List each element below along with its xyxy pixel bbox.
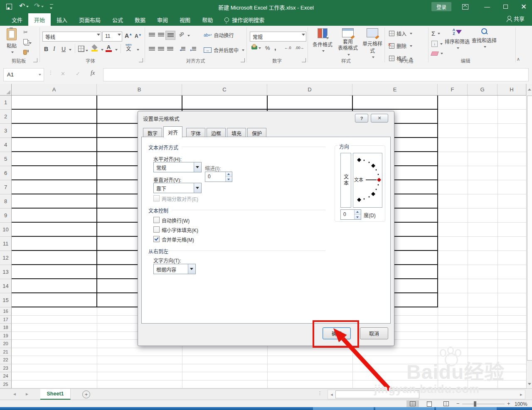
indent-spinner[interactable]: 0 xyxy=(205,172,232,182)
orientation-vertical-text-box[interactable]: 文本 xyxy=(340,153,351,208)
column-header-A[interactable]: A xyxy=(12,84,97,95)
cut-icon[interactable]: ✂ xyxy=(23,29,28,35)
row-header-14[interactable]: 14 xyxy=(0,279,12,293)
normal-view-button[interactable] xyxy=(406,400,419,407)
underline-caret[interactable] xyxy=(69,49,71,51)
decrease-indent-icon[interactable]: ◂ xyxy=(180,47,185,52)
degrees-spinner[interactable]: 0 xyxy=(340,209,361,220)
restore-button[interactable] xyxy=(497,0,514,13)
increase-indent-icon[interactable]: ▸ xyxy=(190,47,196,52)
scroll-down-icon[interactable] xyxy=(527,380,532,388)
font-size-select[interactable]: 11 xyxy=(102,32,122,42)
font-family-select[interactable]: 等线 xyxy=(42,32,101,42)
fill-button[interactable]: ↓ xyxy=(431,41,443,47)
decrease-font-icon[interactable]: A▼ xyxy=(135,33,142,39)
orientation-caret[interactable] xyxy=(187,35,190,37)
bold-button[interactable]: B xyxy=(44,46,48,52)
phonetic-caret[interactable] xyxy=(137,49,139,51)
dialog-tab-protection[interactable]: 保护 xyxy=(247,128,266,137)
formula-input[interactable] xyxy=(103,68,529,81)
column-header-H[interactable]: H xyxy=(498,84,526,95)
tab-help[interactable]: 帮助 xyxy=(196,13,219,26)
paste-button[interactable]: 粘贴 xyxy=(2,27,21,56)
column-header-G[interactable]: G xyxy=(468,84,498,95)
tab-formulas[interactable]: 公式 xyxy=(106,13,129,26)
sheet-nav-prev-icon[interactable]: ◄ xyxy=(12,392,17,396)
cancel-button[interactable]: 取消 xyxy=(360,327,388,339)
page-layout-view-button[interactable] xyxy=(423,400,436,407)
row-header-17[interactable]: 17 xyxy=(0,316,12,324)
orientation-dial[interactable]: 文本 xyxy=(353,153,382,208)
row-header-10[interactable]: 10 xyxy=(0,223,12,237)
dropdown-arrow-icon[interactable] xyxy=(194,183,201,193)
fill-color-caret[interactable] xyxy=(101,49,103,51)
underline-button[interactable]: U xyxy=(62,46,66,52)
row-header-3[interactable]: 3 xyxy=(0,124,12,138)
insert-cells-button[interactable]: 插入 xyxy=(389,30,412,37)
align-middle-icon[interactable] xyxy=(158,32,164,38)
cell-styles-button[interactable]: 单元格样式 xyxy=(361,28,384,60)
number-dialog-launcher[interactable] xyxy=(302,58,306,62)
zoom-out-icon[interactable]: − xyxy=(456,400,460,407)
text-direction-select[interactable]: 根据内容 xyxy=(153,264,196,274)
clipboard-dialog-launcher[interactable] xyxy=(33,58,37,62)
zoom-in-icon[interactable]: + xyxy=(507,400,510,407)
font-color-icon[interactable]: A xyxy=(106,44,112,52)
ribbon-display-options-icon[interactable] xyxy=(461,3,470,10)
sort-filter-button[interactable]: AZ 排序和筛选 xyxy=(444,28,470,51)
scroll-up-icon[interactable] xyxy=(527,85,532,94)
row-header-20[interactable]: 20 xyxy=(0,340,12,348)
justify-distributed-checkbox[interactable] xyxy=(153,195,160,201)
dialog-tab-alignment[interactable]: 对齐 xyxy=(163,126,182,137)
comma-style-icon[interactable]: , xyxy=(274,44,276,52)
name-box-splitter[interactable]: ⋮ xyxy=(48,70,53,76)
row-header-24[interactable]: 24 xyxy=(0,372,12,381)
dialog-tab-font[interactable]: 字体 xyxy=(186,128,205,137)
orientation-icon[interactable]: ab xyxy=(178,31,185,38)
wrap-text-button[interactable]: ab↩自动换行 xyxy=(204,32,234,39)
dropdown-arrow-icon[interactable] xyxy=(188,264,195,274)
dialog-help-button[interactable]: ? xyxy=(355,114,368,123)
share-button[interactable]: 共享 xyxy=(507,15,525,22)
page-break-view-button[interactable] xyxy=(440,400,452,407)
row-header-9[interactable]: 9 xyxy=(0,209,12,223)
column-header-D[interactable]: D xyxy=(267,84,352,95)
align-center-icon[interactable] xyxy=(158,47,164,52)
minimize-button[interactable]: — xyxy=(479,0,495,13)
fill-color-icon[interactable] xyxy=(91,45,98,52)
row-header-12[interactable]: 12 xyxy=(0,251,12,265)
tab-insert[interactable]: 插入 xyxy=(51,13,73,26)
column-header-C[interactable]: C xyxy=(182,84,267,95)
format-painter-icon[interactable] xyxy=(23,50,29,56)
row-header-23[interactable]: 23 xyxy=(0,364,12,373)
dialog-tab-number[interactable]: 数字 xyxy=(143,128,162,137)
clear-button[interactable] xyxy=(431,52,443,56)
tab-home[interactable]: 开始 xyxy=(28,13,51,26)
shrink-to-fit-checkbox[interactable] xyxy=(153,226,160,233)
conditional-formatting-button[interactable]: ≠ 条件格式 xyxy=(311,28,334,54)
vertical-align-select[interactable]: 靠下 xyxy=(153,183,202,193)
merge-cells-checkbox[interactable] xyxy=(153,236,160,242)
sign-in-button[interactable]: 登录 xyxy=(431,2,451,11)
row-header-6[interactable]: 6 xyxy=(0,166,12,180)
spin-up-icon[interactable] xyxy=(355,210,361,215)
percent-style-icon[interactable]: % xyxy=(265,45,270,51)
font-dialog-launcher[interactable] xyxy=(139,58,143,62)
insert-function-icon[interactable]: fx xyxy=(91,70,95,76)
autosum-button[interactable]: Σ xyxy=(431,30,440,37)
tab-data[interactable]: 数据 xyxy=(129,13,151,26)
delete-cells-button[interactable]: ✕删除 xyxy=(389,42,412,49)
find-select-button[interactable]: 查找和选择 xyxy=(471,28,497,49)
increase-decimal-icon[interactable]: ←.0 xyxy=(284,46,291,50)
tab-scrollbar-splitter[interactable]: ⋮ xyxy=(318,390,322,396)
font-color-caret[interactable] xyxy=(115,49,118,51)
collapse-ribbon-icon[interactable]: ∧ xyxy=(517,56,520,62)
tab-view[interactable]: 视图 xyxy=(174,13,196,26)
sheet-tab-sheet1[interactable]: Sheet1 xyxy=(40,389,71,400)
row-header-2[interactable]: 2 xyxy=(0,110,12,124)
italic-button[interactable]: I xyxy=(53,46,55,52)
align-top-icon[interactable] xyxy=(149,32,155,38)
tell-me-search[interactable]: 操作说明搜索 xyxy=(219,13,270,26)
borders-icon[interactable] xyxy=(78,46,88,53)
wrap-text-checkbox[interactable] xyxy=(153,217,160,223)
